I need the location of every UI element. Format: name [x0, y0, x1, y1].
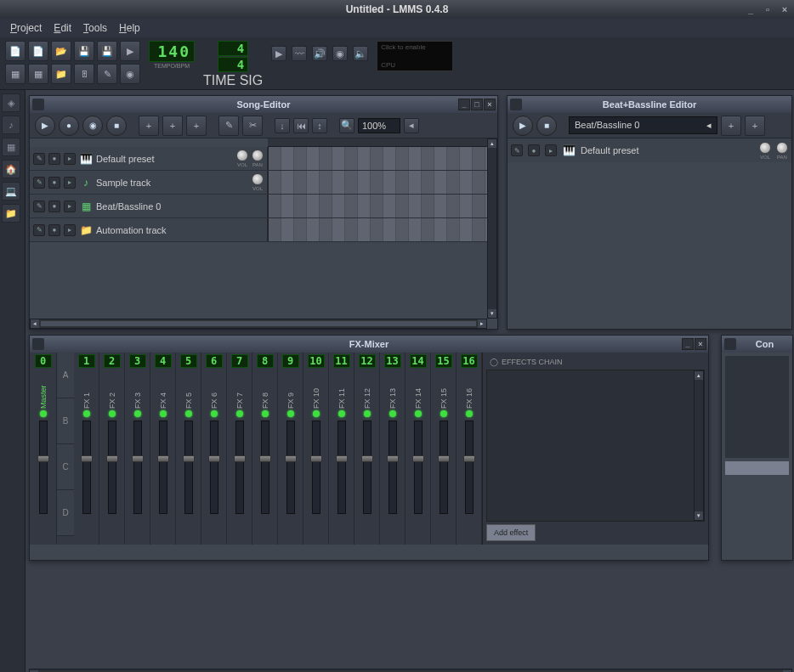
bb-add-automation-button[interactable]: +: [745, 116, 765, 136]
track-cells[interactable]: [268, 171, 497, 194]
sidebar-computer[interactable]: 💻: [2, 182, 20, 200]
song-editor-maximize[interactable]: □: [471, 99, 483, 110]
track-name[interactable]: Default preset: [96, 154, 233, 164]
fx-master-led[interactable]: [40, 410, 47, 417]
track-vol-knob[interactable]: [236, 150, 248, 161]
fx-channel-fader[interactable]: [312, 421, 320, 514]
sidebar-presets[interactable]: ▦: [2, 138, 20, 156]
fx-channel-fader[interactable]: [414, 421, 423, 514]
fx-channel-fader[interactable]: [210, 421, 218, 514]
song-vscroll[interactable]: ▴ ▾: [487, 138, 497, 319]
loop-points-button[interactable]: ↕: [312, 118, 327, 133]
circle-icon[interactable]: ◯: [490, 358, 498, 366]
sidebar-instruments[interactable]: ◈: [2, 93, 20, 112]
track-expand[interactable]: ▸: [64, 200, 76, 212]
track-mute[interactable]: ●: [48, 177, 60, 189]
track-expand[interactable]: ▸: [64, 177, 76, 189]
effects-scroll-down[interactable]: ▾: [695, 511, 703, 520]
fx-channel-led[interactable]: [287, 410, 294, 417]
fx-channel-fader[interactable]: [108, 421, 116, 514]
song-record-button[interactable]: ●: [59, 116, 79, 136]
track-mute[interactable]: ●: [48, 153, 60, 165]
master-vol-knob[interactable]: 🔊: [312, 46, 327, 61]
minimize-button[interactable]: _: [745, 3, 757, 15]
workspace-hscroll[interactable]: ◂ ▸: [29, 669, 792, 672]
bb-stop-button[interactable]: ■: [536, 116, 557, 136]
piano-roll-button[interactable]: 📁: [51, 64, 71, 84]
fx-mixer-minimize[interactable]: _: [682, 338, 694, 350]
track-grip[interactable]: ✎: [33, 177, 45, 189]
fx-channel-led[interactable]: [109, 410, 116, 417]
fx-channel-fader[interactable]: [133, 421, 142, 514]
fx-channel-fader[interactable]: [440, 421, 448, 514]
fx-channel-led[interactable]: [160, 410, 167, 417]
fx-channel[interactable]: 8FX 8: [252, 353, 278, 545]
song-editor-minimize[interactable]: _: [458, 99, 470, 110]
zoom-level[interactable]: 100%: [358, 118, 400, 133]
draw-mode-button[interactable]: ✎: [218, 116, 239, 136]
scroll-left-icon[interactable]: ◂: [31, 319, 39, 328]
sidebar-projects[interactable]: 📁: [2, 204, 20, 223]
track-name[interactable]: Beat/Bassline 0: [96, 201, 264, 212]
track-vol-knob[interactable]: [252, 173, 264, 185]
fx-channel-led[interactable]: [364, 410, 371, 417]
timesig-denominator[interactable]: 4: [218, 57, 248, 72]
fx-channel-led[interactable]: [236, 410, 243, 417]
song-editor-button[interactable]: ▦: [5, 64, 26, 84]
effects-vscroll[interactable]: ▴ ▾: [694, 370, 704, 521]
back-to-start-button[interactable]: ↓: [275, 118, 290, 133]
track-name[interactable]: Automation track: [96, 225, 264, 235]
master-pitch-knob[interactable]: ◉: [332, 46, 348, 61]
add-bb-track-button[interactable]: +: [139, 116, 159, 136]
bb-add-track-button[interactable]: +: [721, 116, 741, 136]
fx-channel-led[interactable]: [466, 410, 473, 417]
fx-channel[interactable]: 10FX 10: [303, 353, 329, 545]
fx-channel-fader[interactable]: [286, 421, 295, 514]
fx-channel-fader[interactable]: [337, 421, 346, 514]
track-mute[interactable]: ●: [48, 200, 60, 212]
bb-track-name[interactable]: Default preset: [581, 145, 754, 155]
fx-channel-led[interactable]: [338, 410, 345, 417]
fx-channel-fader[interactable]: [465, 421, 474, 514]
song-editor-close[interactable]: ×: [484, 99, 496, 110]
track-pan-knob[interactable]: [252, 150, 264, 161]
fx-channel-led[interactable]: [389, 410, 396, 417]
timesig-numerator[interactable]: 4: [218, 41, 248, 56]
fx-master-fader[interactable]: [39, 421, 48, 514]
fx-channel-fader[interactable]: [82, 421, 91, 514]
save-as-button[interactable]: 💾: [97, 41, 117, 61]
fx-channel[interactable]: 1FX 1: [74, 353, 99, 545]
track-mute[interactable]: ●: [48, 224, 60, 236]
bb-pattern-selector[interactable]: Beat/Bassline 0 ◂: [569, 116, 717, 134]
track-cells[interactable]: [268, 218, 497, 241]
fx-channel[interactable]: 11FX 11: [329, 353, 354, 545]
song-record-play-button[interactable]: ◉: [82, 116, 103, 136]
fx-channel-led[interactable]: [211, 410, 218, 417]
fx-channel-led[interactable]: [262, 410, 269, 417]
bb-track-grip[interactable]: ✎: [511, 144, 523, 156]
track-name[interactable]: Sample track: [96, 178, 248, 188]
fx-channel-led[interactable]: [83, 410, 90, 417]
new-template-button[interactable]: 📄: [28, 41, 48, 61]
close-button[interactable]: ×: [779, 3, 791, 15]
song-hscroll[interactable]: ◂ ▸: [30, 319, 487, 329]
fx-channel[interactable]: 4FX 4: [150, 353, 176, 545]
effects-scroll-up[interactable]: ▴: [695, 371, 703, 380]
bb-pan-knob[interactable]: [776, 142, 788, 154]
hq-button[interactable]: ▶: [271, 46, 286, 61]
add-effect-button[interactable]: Add effect: [486, 524, 536, 541]
fx-send-letter[interactable]: D: [57, 490, 74, 536]
new-project-button[interactable]: 📄: [5, 41, 26, 61]
fx-channel-fader[interactable]: [363, 421, 371, 514]
add-automation-track-button[interactable]: +: [186, 116, 207, 136]
menu-help[interactable]: Help: [114, 20, 145, 36]
fx-channel-fader[interactable]: [261, 421, 269, 514]
fx-channel-led[interactable]: [440, 410, 447, 417]
fx-send-letter[interactable]: C: [57, 444, 74, 490]
fx-channel-fader[interactable]: [235, 421, 244, 514]
fx-channel[interactable]: 9FX 9: [278, 353, 303, 545]
track-expand[interactable]: ▸: [64, 224, 76, 236]
track-grip[interactable]: ✎: [33, 224, 45, 236]
keep-stop-position-button[interactable]: ⏮: [293, 118, 309, 133]
fx-send-letter[interactable]: A: [57, 353, 74, 398]
